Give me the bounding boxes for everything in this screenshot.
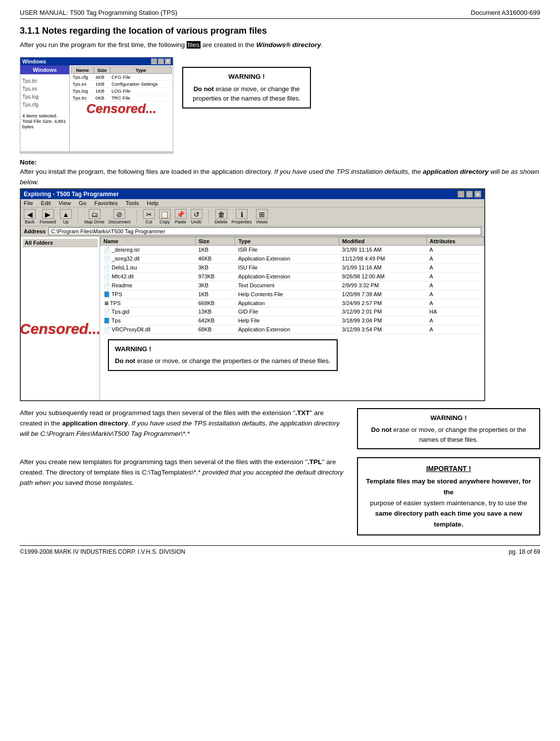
- file-size: 3KB: [195, 281, 235, 290]
- note-italic: If you have used the TPS installation de…: [20, 168, 539, 185]
- warning-donot-1: Do not: [194, 85, 214, 93]
- warning-title-3: WARNING !: [364, 413, 533, 423]
- delete-icon: 🗑: [215, 209, 227, 219]
- toolbar-disconnect[interactable]: ⊘ Disconnect: [108, 209, 131, 224]
- menu-go[interactable]: Go: [79, 200, 86, 206]
- file-name: 📄 _isreg32.dll: [101, 254, 196, 263]
- menu-tools[interactable]: Tools: [126, 200, 139, 206]
- win-close[interactable]: ✕: [165, 58, 171, 64]
- important-line1: Template files may be stored anywhere ho…: [366, 477, 531, 496]
- censored-overlay-2: Censored...: [21, 320, 100, 337]
- views-label: Views: [256, 219, 268, 224]
- minimize-btn[interactable]: _: [458, 191, 464, 198]
- menu-favorites[interactable]: Favorites: [94, 200, 117, 206]
- col-type: Type: [110, 67, 171, 74]
- win-minimize[interactable]: _: [151, 58, 157, 64]
- col-size: Size: [195, 237, 235, 245]
- file-name: 📄 Mfc42.dll: [101, 272, 196, 281]
- explorer-menubar: File Edit View Go Favorites Tools Help: [21, 199, 484, 208]
- toolbar-properties[interactable]: ℹ Properties: [232, 209, 252, 224]
- txt-warning-row: After you subsequently read or programme…: [20, 408, 540, 449]
- address-input[interactable]: C:\Program Files\Markiv\T500 Tag Program…: [49, 227, 481, 235]
- table-row: Tps.ini 1KB Configuration Settings: [71, 81, 172, 88]
- file-size: 1KB: [195, 290, 235, 299]
- close-btn[interactable]: ✕: [474, 191, 481, 198]
- win-panel-header: Windows: [20, 65, 69, 74]
- file-name: 📘 Tps: [101, 316, 196, 325]
- toolbar-delete[interactable]: 🗑 Delete: [215, 209, 228, 224]
- file-item: Tps.cfg: [22, 101, 67, 109]
- page-header: USER MANUAL: T500 Tag Programming Statio…: [20, 9, 540, 19]
- file-type: Help File: [235, 316, 339, 325]
- file-attr: A: [426, 299, 484, 307]
- copy-icon: 📋: [159, 209, 171, 219]
- menu-file[interactable]: File: [24, 200, 33, 206]
- page-footer: ©1999-2008 MARK IV INDUSTRIES CORP. I.V.…: [20, 545, 540, 555]
- file-modified: 9/26/98 12:00 AM: [339, 272, 427, 281]
- warning-title-1: WARNING !: [189, 72, 304, 82]
- file-name: 📄 Readme: [101, 281, 196, 290]
- warning3-container: WARNING ! Do not erase or move, or chang…: [357, 408, 540, 449]
- menu-help[interactable]: Help: [147, 200, 159, 206]
- explorer-toolbar: ◀ Back ▶ Forward ▲ Up 🗂 Map Drive ⊘ Disc…: [21, 208, 484, 226]
- file-size: 46KB: [195, 254, 235, 263]
- important-body: Template files may be stored anywhere ho…: [365, 476, 532, 529]
- table-row: 📄 VRCProxyDll.dll 68KB Application Exten…: [101, 325, 484, 334]
- toolbar-undo[interactable]: ↺ Undo: [191, 209, 203, 224]
- toolbar-cut[interactable]: ✂ Cut: [143, 209, 155, 224]
- file-name: 📄 Tps.gid: [101, 307, 196, 316]
- win-maximize[interactable]: □: [158, 58, 164, 64]
- windows-screenshot: Windows _ □ ✕ Windows Tps.trc Tps.ini Tp…: [20, 57, 173, 154]
- txt-section-text: After you subsequently read or programme…: [20, 408, 347, 439]
- important-box: IMPORTANT ! Template files may be stored…: [357, 457, 540, 535]
- menu-view[interactable]: View: [58, 200, 71, 206]
- toolbar-sep-3: [208, 209, 209, 224]
- file-item: Tps.ini: [22, 85, 67, 93]
- file-type: Application: [235, 299, 339, 307]
- file-type: Application Extension: [235, 325, 339, 334]
- win-file-table: Name Size Type Tps.cfg 4KB CFG File: [71, 66, 172, 102]
- back-label: Back: [25, 219, 35, 224]
- forward-icon: ▶: [42, 209, 54, 219]
- win-status: 4 items selected. Total File Size: 4,891…: [22, 113, 67, 129]
- restore-btn[interactable]: □: [466, 191, 473, 198]
- table-row: 📄 _isreg32.dll 46KB Application Extensio…: [101, 254, 484, 263]
- file-modified: 2/9/99 3:32 PM: [339, 281, 427, 290]
- toolbar-forward[interactable]: ▶ Forward: [40, 209, 56, 224]
- toolbar-back[interactable]: ◀ Back: [24, 209, 36, 224]
- table-row: Tps.log 1KB LOG File: [71, 88, 172, 95]
- col-attributes: Attributes: [426, 237, 484, 245]
- file-type: Help Contents File: [235, 290, 339, 299]
- col-name: Name: [101, 237, 196, 245]
- file-modified: 11/12/98 4:49 PM: [339, 254, 427, 263]
- tpl-important-row: After you create new templates for progr…: [20, 457, 540, 535]
- file-type: CFG File: [110, 74, 171, 81]
- file-size: 68KB: [195, 325, 235, 334]
- toolbar-up[interactable]: ▲ Up: [60, 209, 72, 224]
- undo-label: Undo: [191, 219, 202, 224]
- explorer-warning-container: WARNING ! Do not erase or move, or chang…: [108, 339, 476, 371]
- toolbar-paste[interactable]: 📌 Paste: [175, 209, 187, 224]
- file-modified: 3/1/99 11:16 AM: [339, 245, 427, 254]
- explorer-folders-panel: All Folders Censored...: [21, 237, 100, 400]
- file-name: 📄 DelsL1.isu: [101, 263, 196, 272]
- forward-label: Forward: [40, 219, 56, 224]
- paste-label: Paste: [175, 219, 186, 224]
- paste-icon: 📌: [175, 209, 187, 219]
- intro-end: are created in the: [203, 41, 255, 49]
- undo-icon: ↺: [191, 209, 203, 219]
- menu-edit[interactable]: Edit: [41, 200, 51, 206]
- mapdrive-label: Map Drive: [84, 219, 104, 224]
- toolbar-copy[interactable]: 📋 Copy: [159, 209, 171, 224]
- txt-extension: .TXT: [295, 409, 309, 417]
- file-name: Tps.log: [71, 88, 94, 95]
- toolbar-views[interactable]: ⊞ Views: [256, 209, 268, 224]
- col-type: Type: [235, 237, 339, 245]
- toolbar-mapdrive[interactable]: 🗂 Map Drive: [84, 209, 104, 224]
- col-modified: Modified: [339, 237, 427, 245]
- file-size: 642KB: [195, 316, 235, 325]
- disconnect-icon: ⊘: [113, 209, 125, 219]
- windows-dir-text: Windows® directory: [256, 41, 321, 49]
- app-dir-bold: application directory: [423, 168, 489, 175]
- titlebar-buttons: _ □ ✕: [458, 191, 481, 198]
